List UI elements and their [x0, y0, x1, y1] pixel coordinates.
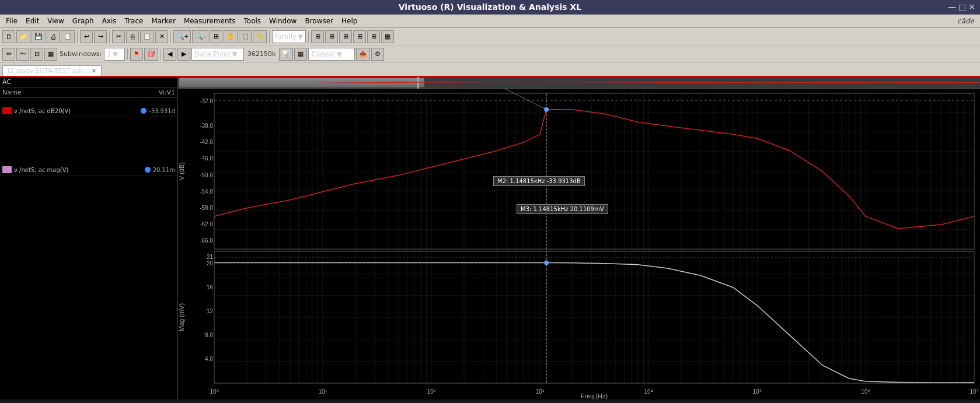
menu-help[interactable]: Help	[338, 16, 361, 26]
datapoint-dropdown[interactable]: Data Point ▼	[191, 48, 244, 61]
sep4	[269, 31, 270, 43]
config-btn[interactable]: ⚙	[371, 48, 384, 61]
table-icon-btn[interactable]: ▦	[381, 30, 394, 43]
tab-study[interactable]: ☑ study 5OTA-TEST sch... ✕	[2, 65, 102, 76]
tab-label: study 5OTA-TEST sch...	[16, 67, 89, 75]
chart-btn[interactable]: 📊	[279, 48, 293, 61]
minimize-btn[interactable]: —	[948, 2, 956, 12]
sep7	[161, 48, 161, 60]
menu-trace[interactable]: Trace	[121, 16, 147, 26]
scrollbar-trace	[179, 82, 979, 83]
scroll-marker	[417, 77, 419, 89]
delete-btn[interactable]: ✕	[155, 30, 168, 43]
tab-icon: ☑	[8, 67, 13, 75]
window-controls[interactable]: — □ ✕	[948, 2, 975, 12]
legend-color-db	[2, 107, 12, 114]
cadence-logo: cāde	[954, 16, 978, 26]
subwindows-dropdown[interactable]: 1 ▼	[104, 48, 125, 61]
grid2-btn[interactable]: ⊞	[325, 30, 338, 43]
toolbar1: 🗋 📁 💾 🖨 📋 ↩ ↪ ✂ ⎘ 📋 ✕ 🔍+ 🔍- ⊞ ✋ ⬚ 📏 fami…	[0, 28, 980, 45]
legend-val-mag: 20.11m	[153, 167, 175, 173]
subwindows-value: 1	[107, 50, 111, 58]
title-bar: Virtuoso (R) Visualization & Analysis XL…	[0, 0, 980, 15]
menu-edit[interactable]: Edit	[22, 16, 43, 26]
chevron-down-icon2: ▼	[113, 50, 118, 58]
header-value: Vi:V1	[128, 89, 175, 96]
main-area: AC Name Vi:V1 v /net5; ac dB20(V) -33.93…	[0, 77, 980, 400]
redo-btn[interactable]: ↪	[94, 30, 107, 43]
menu-browser[interactable]: Browser	[301, 16, 337, 26]
menu-view[interactable]: View	[44, 16, 67, 26]
subwindows-label: Subwindows:	[60, 50, 102, 58]
app-title: Virtuoso (R) Visualization & Analysis XL	[399, 2, 581, 12]
pan-btn[interactable]: ✋	[224, 30, 238, 43]
grid4-btn[interactable]: ⊞	[353, 30, 366, 43]
zoom-in-btn[interactable]: 🔍+	[173, 30, 191, 43]
legend-val-db: -33.931d	[149, 108, 175, 114]
export-btn[interactable]: 📤	[356, 48, 370, 61]
family-dropdown[interactable]: family ▼	[272, 30, 306, 43]
scroll-thumb[interactable]	[179, 78, 424, 87]
sep2	[109, 31, 110, 43]
legend-header: Name Vi:V1	[0, 87, 177, 98]
chart-container: M2: 1.14815kHz -33.9313dB M3: 1.14815kHz…	[178, 89, 980, 400]
undo-btn[interactable]: ↩	[80, 30, 93, 43]
menu-window[interactable]: Window	[266, 16, 300, 26]
prev-btn[interactable]: ◀	[163, 48, 176, 61]
props-btn[interactable]: 📋	[61, 30, 75, 43]
paste-btn[interactable]: 📋	[140, 30, 154, 43]
zoom-area-btn[interactable]: ⬚	[239, 30, 252, 43]
grid5-btn[interactable]: ⊞	[367, 30, 380, 43]
header-name: Name	[2, 89, 128, 96]
grid1-btn[interactable]: ⊞	[311, 30, 324, 43]
chevron-down-icon3: ▼	[232, 50, 237, 58]
classic-label: Classic	[311, 50, 336, 58]
menu-bar: File Edit View Graph Axis Trace Marker M…	[0, 15, 980, 28]
target-btn[interactable]: 🎯	[144, 48, 158, 61]
legend-item-mag[interactable]: v /net5; ac mag(V) 20.11m	[0, 164, 177, 176]
legend-marker-mag	[145, 167, 151, 173]
open-btn[interactable]: 📁	[16, 30, 30, 43]
datapoint-label: Data Point	[194, 50, 231, 58]
legend-label-mag: v /net5; ac mag(V)	[14, 167, 142, 173]
wave-btn[interactable]: 〜	[16, 48, 29, 61]
copy-btn[interactable]: ⎘	[126, 30, 139, 43]
zoom-out-btn[interactable]: 🔍-	[192, 30, 208, 43]
measure-btn[interactable]: 📏	[253, 30, 267, 43]
save-btn[interactable]: 💾	[32, 30, 46, 43]
subwindow-btn[interactable]: ⊟	[30, 48, 43, 61]
data-count: 362150k	[247, 50, 275, 58]
chevron-down-icon: ▼	[298, 33, 303, 41]
menu-measurements[interactable]: Measurements	[180, 16, 239, 26]
legend-item-db[interactable]: v /net5; ac dB20(V) -33.931d	[0, 105, 177, 117]
close-btn[interactable]: ✕	[968, 2, 975, 12]
sep6	[127, 48, 128, 60]
flag-btn[interactable]: ⚑	[130, 48, 143, 61]
print-btn[interactable]: 🖨	[47, 30, 60, 43]
pencil-btn[interactable]: ✏	[2, 48, 15, 61]
new-btn[interactable]: 🗋	[2, 30, 15, 43]
menu-graph[interactable]: Graph	[69, 16, 97, 26]
tab-bar: ☑ study 5OTA-TEST sch... ✕	[0, 63, 980, 77]
plot-canvas[interactable]	[178, 89, 980, 400]
scroll-bar[interactable]	[178, 77, 980, 89]
sep5	[308, 31, 309, 43]
legend-marker-db	[141, 108, 147, 114]
grid3-btn[interactable]: ⊞	[339, 30, 352, 43]
tab-close-btn[interactable]: ✕	[92, 68, 96, 74]
table2-btn[interactable]: ▦	[44, 48, 57, 61]
maximize-btn[interactable]: □	[958, 2, 966, 12]
zoom-fit-btn[interactable]: ⊞	[210, 30, 222, 43]
sep1	[77, 31, 78, 43]
next-btn[interactable]: ▶	[177, 48, 190, 61]
legend-color-mag	[2, 166, 12, 173]
cut-btn[interactable]: ✂	[112, 30, 125, 43]
menu-tools[interactable]: Tools	[240, 16, 265, 26]
classic-dropdown[interactable]: Classic ▼	[308, 48, 355, 61]
graph-area[interactable]: V1 M2: 1.14815kHz -33.9313dB M3: 1.14815…	[178, 77, 980, 400]
menu-marker[interactable]: Marker	[148, 16, 179, 26]
sep3	[170, 31, 171, 43]
table3-btn[interactable]: ▦	[294, 48, 307, 61]
menu-axis[interactable]: Axis	[99, 16, 120, 26]
menu-file[interactable]: File	[2, 16, 21, 26]
